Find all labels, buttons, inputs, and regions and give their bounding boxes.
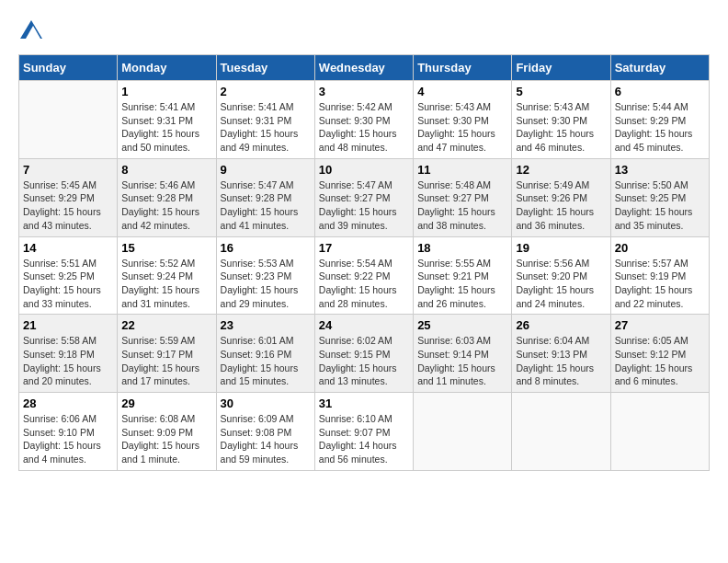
day-number: 25 [417,318,507,332]
day-info: Sunrise: 5:42 AMSunset: 9:30 PMDaylight:… [319,100,409,155]
day-number: 27 [615,318,705,332]
calendar-cell: 2Sunrise: 5:41 AMSunset: 9:31 PMDaylight… [216,81,314,159]
calendar-cell: 28Sunrise: 6:06 AMSunset: 9:10 PMDayligh… [19,393,118,471]
header-wednesday: Wednesday [314,55,413,81]
calendar-cell [610,393,709,471]
day-number: 6 [615,85,705,98]
day-info: Sunrise: 5:45 AMSunset: 9:29 PMDaylight:… [23,178,113,233]
header-monday: Monday [118,55,216,81]
logo-text [18,18,42,45]
day-number: 10 [319,163,409,177]
day-number: 7 [23,163,113,177]
day-info: Sunrise: 6:03 AMSunset: 9:14 PMDaylight:… [417,334,507,388]
day-number: 20 [615,241,705,255]
day-number: 15 [121,241,211,255]
header-friday: Friday [512,55,610,81]
day-number: 29 [121,396,211,410]
calendar-week-1: 1Sunrise: 5:41 AMSunset: 9:31 PMDaylight… [19,81,710,159]
day-info: Sunrise: 6:01 AMSunset: 9:16 PMDaylight:… [221,334,311,388]
day-info: Sunrise: 6:02 AMSunset: 9:15 PMDaylight:… [319,334,409,388]
day-number: 28 [23,396,113,410]
calendar-week-5: 28Sunrise: 6:06 AMSunset: 9:10 PMDayligh… [19,393,710,471]
day-info: Sunrise: 6:04 AMSunset: 9:13 PMDaylight:… [516,334,606,388]
calendar-cell: 13Sunrise: 5:50 AMSunset: 9:25 PMDayligh… [610,158,709,236]
calendar-cell: 16Sunrise: 5:53 AMSunset: 9:23 PMDayligh… [216,236,314,315]
day-number: 30 [221,396,311,410]
day-info: Sunrise: 5:49 AMSunset: 9:26 PMDaylight:… [516,178,606,233]
calendar-cell: 9Sunrise: 5:47 AMSunset: 9:28 PMDaylight… [216,158,314,236]
calendar-cell: 10Sunrise: 5:47 AMSunset: 9:27 PMDayligh… [314,158,413,236]
day-info: Sunrise: 5:43 AMSunset: 9:30 PMDaylight:… [516,100,606,155]
day-info: Sunrise: 6:10 AMSunset: 9:07 PMDaylight:… [319,412,409,466]
calendar-cell: 14Sunrise: 5:51 AMSunset: 9:25 PMDayligh… [19,236,118,315]
calendar-cell: 5Sunrise: 5:43 AMSunset: 9:30 PMDaylight… [512,81,610,159]
day-info: Sunrise: 6:06 AMSunset: 9:10 PMDaylight:… [23,412,113,466]
day-info: Sunrise: 5:56 AMSunset: 9:20 PMDaylight:… [516,257,606,311]
day-info: Sunrise: 5:59 AMSunset: 9:17 PMDaylight:… [121,334,211,388]
calendar-cell: 11Sunrise: 5:48 AMSunset: 9:27 PMDayligh… [414,158,512,236]
calendar-cell: 31Sunrise: 6:10 AMSunset: 9:07 PMDayligh… [314,393,413,471]
day-info: Sunrise: 5:50 AMSunset: 9:25 PMDaylight:… [615,178,705,233]
day-number: 2 [221,85,311,98]
calendar-cell [414,393,512,471]
calendar-header-row: SundayMondayTuesdayWednesdayThursdayFrid… [19,55,710,81]
calendar-cell: 21Sunrise: 5:58 AMSunset: 9:18 PMDayligh… [19,315,118,393]
calendar-cell: 30Sunrise: 6:09 AMSunset: 9:08 PMDayligh… [216,393,314,471]
calendar-cell: 12Sunrise: 5:49 AMSunset: 9:26 PMDayligh… [512,158,610,236]
header-tuesday: Tuesday [216,55,314,81]
calendar-table: SundayMondayTuesdayWednesdayThursdayFrid… [18,54,710,471]
day-number: 14 [23,241,113,255]
day-info: Sunrise: 5:51 AMSunset: 9:25 PMDaylight:… [23,257,113,311]
day-number: 23 [221,318,311,332]
day-number: 9 [221,163,311,177]
day-info: Sunrise: 5:55 AMSunset: 9:21 PMDaylight:… [417,257,507,311]
logo-icon [20,18,42,40]
day-number: 17 [319,241,409,255]
calendar-cell [512,393,610,471]
day-number: 18 [417,241,507,255]
day-info: Sunrise: 5:48 AMSunset: 9:27 PMDaylight:… [417,178,507,233]
day-info: Sunrise: 5:57 AMSunset: 9:19 PMDaylight:… [615,257,705,311]
day-info: Sunrise: 5:58 AMSunset: 9:18 PMDaylight:… [23,334,113,388]
calendar-week-4: 21Sunrise: 5:58 AMSunset: 9:18 PMDayligh… [19,315,710,393]
day-info: Sunrise: 6:09 AMSunset: 9:08 PMDaylight:… [221,412,311,466]
day-number: 21 [23,318,113,332]
calendar-week-3: 14Sunrise: 5:51 AMSunset: 9:25 PMDayligh… [19,236,710,315]
day-info: Sunrise: 5:43 AMSunset: 9:30 PMDaylight:… [417,100,507,155]
day-info: Sunrise: 6:08 AMSunset: 9:09 PMDaylight:… [121,412,211,466]
day-info: Sunrise: 5:47 AMSunset: 9:28 PMDaylight:… [221,178,311,233]
day-number: 19 [516,241,606,255]
calendar-cell: 3Sunrise: 5:42 AMSunset: 9:30 PMDaylight… [314,81,413,159]
calendar-cell: 7Sunrise: 5:45 AMSunset: 9:29 PMDaylight… [19,158,118,236]
calendar-cell [19,81,118,159]
calendar-cell: 15Sunrise: 5:52 AMSunset: 9:24 PMDayligh… [118,236,216,315]
calendar-cell: 22Sunrise: 5:59 AMSunset: 9:17 PMDayligh… [118,315,216,393]
calendar-cell: 19Sunrise: 5:56 AMSunset: 9:20 PMDayligh… [512,236,610,315]
calendar-cell: 4Sunrise: 5:43 AMSunset: 9:30 PMDaylight… [414,81,512,159]
header-saturday: Saturday [610,55,709,81]
day-number: 31 [319,396,409,410]
day-number: 5 [516,85,606,98]
day-number: 1 [121,85,211,98]
day-number: 3 [319,85,409,98]
day-number: 11 [417,163,507,177]
day-info: Sunrise: 5:41 AMSunset: 9:31 PMDaylight:… [221,100,311,155]
day-info: Sunrise: 5:41 AMSunset: 9:31 PMDaylight:… [121,100,211,155]
day-info: Sunrise: 5:44 AMSunset: 9:29 PMDaylight:… [615,100,705,155]
day-info: Sunrise: 5:52 AMSunset: 9:24 PMDaylight:… [121,257,211,311]
day-number: 26 [516,318,606,332]
calendar-cell: 25Sunrise: 6:03 AMSunset: 9:14 PMDayligh… [414,315,512,393]
calendar-week-2: 7Sunrise: 5:45 AMSunset: 9:29 PMDaylight… [19,158,710,236]
calendar-cell: 26Sunrise: 6:04 AMSunset: 9:13 PMDayligh… [512,315,610,393]
calendar-cell: 1Sunrise: 5:41 AMSunset: 9:31 PMDaylight… [118,81,216,159]
header-sunday: Sunday [19,55,118,81]
day-number: 12 [516,163,606,177]
calendar-cell: 23Sunrise: 6:01 AMSunset: 9:16 PMDayligh… [216,315,314,393]
page-header [18,18,710,45]
day-number: 13 [615,163,705,177]
calendar-cell: 6Sunrise: 5:44 AMSunset: 9:29 PMDaylight… [610,81,709,159]
day-info: Sunrise: 5:46 AMSunset: 9:28 PMDaylight:… [121,178,211,233]
day-number: 22 [121,318,211,332]
day-number: 8 [121,163,211,177]
day-number: 24 [319,318,409,332]
